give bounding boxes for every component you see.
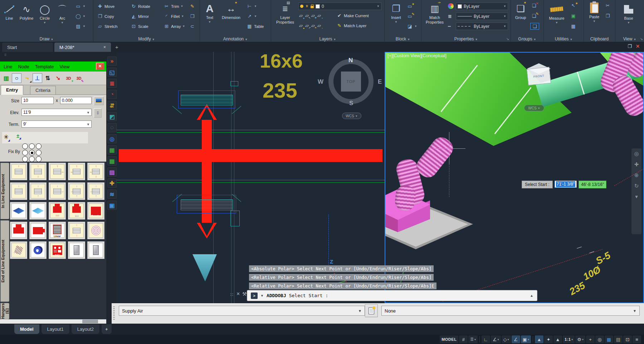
navigation-bar[interactable]: ◎ ✚ ⊕ ↻ ▾ xyxy=(631,148,641,234)
groups-panel-label[interactable]: Groups▼ xyxy=(511,36,543,41)
scrollbar-thumb[interactable] xyxy=(82,320,98,323)
layer-lock-icon[interactable]: ▱▪ xyxy=(317,13,321,18)
palette-menu-template[interactable]: Template xyxy=(35,64,54,69)
leader-button[interactable]: ↗▼ xyxy=(247,14,257,19)
dimension-button[interactable]: ↔✶ Dimension xyxy=(219,2,244,20)
command-history-toggle[interactable]: ▲ xyxy=(530,294,533,298)
duct-fitting-top[interactable] xyxy=(181,95,233,105)
clean-screen-icon[interactable]: ⊡ xyxy=(623,335,632,343)
annotation-scale-icon[interactable]: ▲ xyxy=(553,335,562,343)
arc-button[interactable]: ⌒ Arc ▼ xyxy=(54,3,70,25)
damper-option-icon[interactable]: ✳ xyxy=(4,133,9,141)
object-color-dropdown[interactable]: ByLayer▼ xyxy=(456,3,508,10)
strip-redline-icon[interactable]: » xyxy=(107,56,117,66)
rectangle-button[interactable]: ▭▼ xyxy=(75,4,86,9)
riser-icon[interactable]: ⊥ xyxy=(33,73,42,83)
line-button[interactable]: Line xyxy=(2,3,16,20)
wcs-dropdown-3d[interactable]: WCS▼ xyxy=(524,105,544,111)
layer-off-icon[interactable]: ▱● xyxy=(299,13,303,18)
hardware-acceleration-icon[interactable]: ▩ xyxy=(605,335,613,343)
viewcube-top-face[interactable]: TOP xyxy=(341,72,361,92)
define-attributes-button[interactable]: ◪▼ xyxy=(407,24,417,29)
snap-mode-icon[interactable]: ⠿▾ xyxy=(468,335,478,343)
fan-red-down[interactable]: ↓↓↓ xyxy=(68,202,85,220)
strip-rotate-icon[interactable]: ◔ xyxy=(107,90,117,99)
layer-on-all-icon[interactable]: ▱● xyxy=(299,23,303,28)
lineweight-dropdown[interactable]: ByLayer▼ xyxy=(456,13,508,20)
zoom-icon[interactable]: ⊕ xyxy=(631,170,641,181)
viewcube-north[interactable]: N xyxy=(348,57,353,64)
layer-previous-icon[interactable]: ▱↗ xyxy=(305,23,309,28)
side-tab-in-line-equipment[interactable]: In Line Equipment xyxy=(0,163,9,219)
rooftop-unit[interactable] xyxy=(10,222,27,239)
steering-wheel-icon[interactable]: ◎ xyxy=(631,148,641,159)
polyline-button[interactable]: ∿ Polyline xyxy=(17,3,36,20)
size2-input[interactable]: 0.000 xyxy=(60,97,92,104)
layers-panel-label[interactable]: Layers▼ xyxy=(271,36,384,41)
array-button[interactable]: ⊞Array▼ xyxy=(164,24,185,29)
strip-find-icon[interactable]: ◌ xyxy=(107,123,117,132)
wcs-dropdown[interactable]: WCS▼ xyxy=(342,113,361,119)
explode-button[interactable]: ❒ xyxy=(189,14,195,19)
damper-box[interactable] xyxy=(68,241,85,259)
stretch-button[interactable]: ▱Stretch xyxy=(97,24,117,29)
annotation-panel-label[interactable]: Annotation▼ xyxy=(200,36,271,41)
viewcube-south[interactable]: S xyxy=(349,100,353,107)
scroll-fan[interactable] xyxy=(29,241,47,259)
create-block-button[interactable]: ▭✶ xyxy=(407,4,413,9)
tab-criteria[interactable]: Criteria xyxy=(30,86,56,95)
utilities-panel-label[interactable]: Utilities▼ xyxy=(544,36,584,41)
grid-display-icon[interactable]: # xyxy=(459,335,468,343)
trim-button[interactable]: ✂Trim▼ xyxy=(164,4,183,9)
strip-box-icon[interactable]: ▣ xyxy=(107,201,117,210)
inline-register-up-down[interactable]: ↑↓ xyxy=(29,163,47,180)
linetype-dropdown[interactable]: ByLayer▼ xyxy=(456,23,508,30)
command-dock-grip[interactable]: ∷ xyxy=(230,292,233,297)
round-diffuser[interactable] xyxy=(87,222,104,239)
layer-dropdown[interactable]: ☀ 0 ▼ xyxy=(298,3,381,10)
transfer-grille[interactable]: Transfer xyxy=(87,202,104,220)
inline-return-down-up[interactable]: ↓↑ xyxy=(29,182,47,200)
term-combo[interactable]: 9'▼ xyxy=(21,121,92,128)
3d-add-icon[interactable]: 3D+ xyxy=(64,73,73,83)
elev-combo[interactable]: 11'9▼ xyxy=(21,109,92,116)
inline-register-up-right[interactable]: ↑→ xyxy=(49,163,66,180)
viewcube-east[interactable]: E xyxy=(378,78,382,85)
isolate-objects-icon[interactable]: ◎ xyxy=(595,335,604,343)
annotation-visibility-icon[interactable]: ▲ xyxy=(535,335,543,343)
table-button[interactable]: ▦Table xyxy=(247,24,264,29)
select-all-button[interactable]: ▣ xyxy=(570,13,576,19)
side-tab-hangers[interactable]: Hangers [E] xyxy=(0,303,9,319)
command-wrench-icon[interactable]: ⚒ xyxy=(242,291,247,297)
layer-freeze-icon[interactable]: ▱❄ xyxy=(311,13,315,18)
match-properties-button[interactable]: ▥✑ MatchProperties xyxy=(424,2,446,24)
command-close-icon[interactable]: × xyxy=(236,291,240,297)
service-combo[interactable]: Supply Air▼ xyxy=(119,306,365,316)
ellipse-button[interactable]: ◯▼ xyxy=(75,14,86,19)
draw-panel-label[interactable]: Draw▼ xyxy=(0,36,93,41)
palette-menu-view[interactable]: View xyxy=(59,64,69,69)
diffuser-dark-blue[interactable] xyxy=(10,202,27,220)
splitter-icon[interactable]: ⇅ xyxy=(43,73,53,83)
restore-window-icon[interactable]: ❐ xyxy=(628,44,632,49)
polar-tracking-icon[interactable]: ∠▾ xyxy=(491,335,501,343)
insert-button[interactable]: ❐ Insert▼ xyxy=(387,2,405,24)
linear-grille[interactable]: Linear xyxy=(49,222,66,239)
insulation-option-icon[interactable]: ± xyxy=(16,133,19,139)
color-wheel-icon[interactable] xyxy=(448,3,454,9)
close-window-icon[interactable]: ✕ xyxy=(636,44,640,49)
edit-block-button[interactable]: ▭✎ xyxy=(407,14,413,19)
layout-tab-layout1[interactable]: Layout1 xyxy=(42,324,69,334)
filter[interactable] xyxy=(10,241,27,259)
layout-tab-layout2[interactable]: Layout2 xyxy=(72,324,99,334)
service-bar-grip[interactable] xyxy=(113,306,115,321)
linear-dimension-button[interactable]: ⊢▼ xyxy=(247,4,257,9)
strip-flip-icon[interactable]: ⇵ xyxy=(107,101,117,110)
palette-menu-node[interactable]: Node xyxy=(18,64,29,69)
diffuser-light-blue[interactable] xyxy=(29,202,47,220)
measure-button[interactable]: Measure▼ xyxy=(546,3,567,25)
side-tab-end-of-line-equipment[interactable]: End of Line Equipment xyxy=(0,220,9,302)
copy-clip-button[interactable]: ❐ xyxy=(605,13,611,19)
elbow-icon[interactable]: ¬ xyxy=(22,73,32,83)
view-panel-label[interactable]: View▼ xyxy=(615,36,644,41)
